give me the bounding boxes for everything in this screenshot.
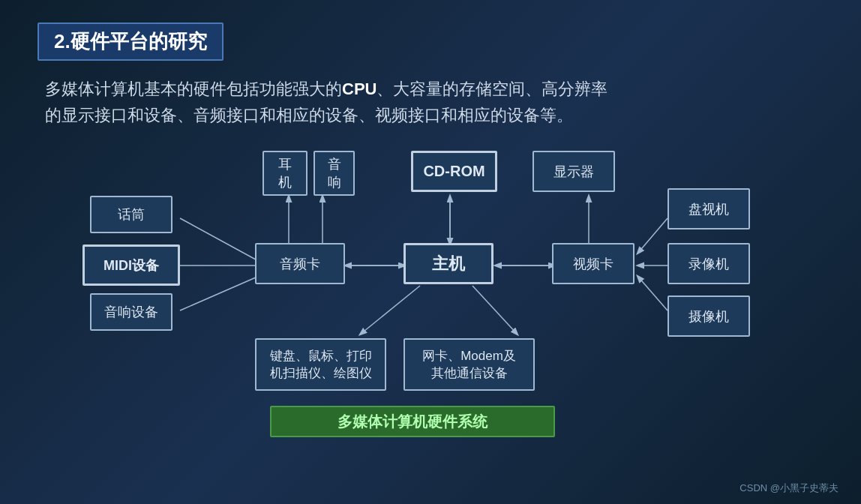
title-text: 2.硬件平台的研究 [54, 30, 207, 52]
box-wangka: 网卡、Modem及 其他通信设备 [404, 338, 535, 391]
box-panjishi: 盘视机 [668, 188, 750, 230]
svg-line-2 [180, 274, 262, 310]
box-system: 多媒体计算机硬件系统 [270, 406, 555, 437]
box-shexiangji: 摄像机 [668, 296, 750, 337]
slide: 2.硬件平台的研究 多媒体计算机基本的硬件包括功能强大的CPU、大容量的存储空间… [0, 0, 861, 504]
svg-line-14 [638, 276, 668, 310]
box-xianshiqi: 显示器 [532, 151, 615, 192]
box-yinxiang: 音 响 [314, 151, 355, 196]
box-luxiangji: 录像机 [668, 243, 750, 284]
box-cdrom: CD-ROM [411, 151, 497, 192]
box-yinpinka: 音频卡 [255, 243, 345, 284]
desc-cpu: CPU [342, 80, 376, 98]
svg-line-16 [472, 286, 518, 334]
description: 多媒体计算机基本的硬件包括功能强大的CPU、大容量的存储空间、高分辨率 的显示接… [38, 76, 824, 128]
box-shipinka: 视频卡 [552, 243, 634, 284]
desc-line1: 多媒体计算机基本的硬件包括功能强大的 [45, 80, 342, 98]
box-zhuji: 主机 [404, 243, 494, 284]
desc-line3: 的显示接口和设备、音频接口和相应的设备、视频接口和相应的设备等。 [45, 106, 573, 124]
watermark: CSDN @小黑子史蒂夫 [740, 482, 838, 495]
svg-line-0 [180, 218, 262, 263]
box-erji: 耳 机 [262, 151, 308, 196]
box-midi: MIDI设备 [82, 244, 180, 286]
desc-line2: 、大容量的存储空间、高分辨率 [376, 80, 608, 98]
svg-line-12 [638, 218, 668, 254]
box-jianpan: 键盘、鼠标、打印 机扫描仪、绘图仪 [255, 338, 386, 391]
svg-line-15 [360, 286, 420, 334]
box-yinxiang-shebei: 音响设备 [90, 293, 172, 331]
box-huatong: 话筒 [90, 196, 172, 233]
title-box: 2.硬件平台的研究 [38, 22, 224, 61]
diagram: 话筒 MIDI设备 音响设备 耳 机 音 响 CD-ROM 显示器 盘视机 [38, 147, 824, 440]
